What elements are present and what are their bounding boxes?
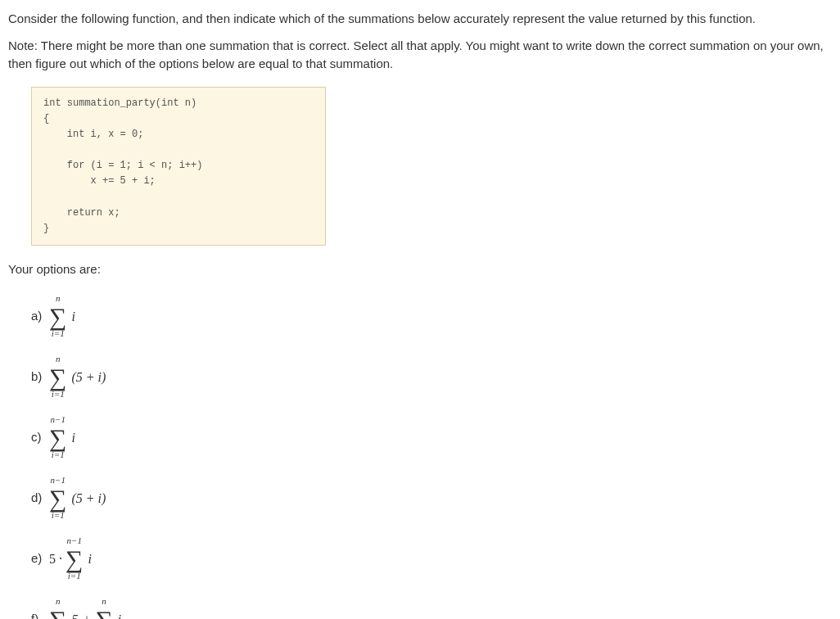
- option-c[interactable]: c) n−1 ∑ i=1 i: [31, 415, 832, 461]
- coefficient: 5 ·: [49, 549, 65, 569]
- sigma-icon: n ∑ i=1: [49, 355, 66, 400]
- option-f[interactable]: f) n ∑ i=1 5 + n ∑ i=1 i: [31, 597, 832, 619]
- question-note: Note: There might be more than one summa…: [8, 37, 832, 74]
- option-letter: f): [31, 610, 49, 619]
- options-heading: Your options are:: [8, 260, 832, 279]
- summand: (5 + i): [70, 368, 106, 387]
- options-list: a) n ∑ i=1 i b) n ∑ i=1 (5 + i) c) n−1 ∑: [31, 294, 832, 619]
- option-b[interactable]: b) n ∑ i=1 (5 + i): [31, 355, 832, 400]
- sigma-icon: n−1 ∑ i=1: [49, 415, 66, 461]
- option-letter: c): [31, 428, 49, 447]
- plus-icon: +: [78, 610, 95, 619]
- summand: i: [86, 549, 91, 569]
- code-block: int summation_party(int n) { int i, x = …: [31, 87, 326, 246]
- sigma-icon: n ∑ i=1: [95, 597, 112, 619]
- summand: i: [70, 307, 75, 327]
- option-letter: e): [31, 549, 49, 568]
- option-a[interactable]: a) n ∑ i=1 i: [31, 294, 832, 340]
- option-letter: d): [31, 489, 49, 508]
- sigma-icon: n ∑ i=1: [49, 597, 66, 619]
- sigma-icon: n ∑ i=1: [49, 294, 66, 340]
- question-intro: Consider the following function, and the…: [8, 10, 832, 29]
- option-e[interactable]: e) 5 · n−1 ∑ i=1 i: [31, 536, 832, 582]
- summand: 5: [70, 610, 78, 619]
- summand: i: [116, 610, 121, 619]
- option-d[interactable]: d) n−1 ∑ i=1 (5 + i): [31, 476, 832, 522]
- sigma-icon: n−1 ∑ i=1: [65, 536, 83, 582]
- summand: (5 + i): [70, 489, 106, 508]
- option-letter: b): [31, 368, 49, 386]
- summand: i: [70, 428, 75, 448]
- option-letter: a): [31, 307, 49, 326]
- sigma-icon: n−1 ∑ i=1: [49, 476, 66, 522]
